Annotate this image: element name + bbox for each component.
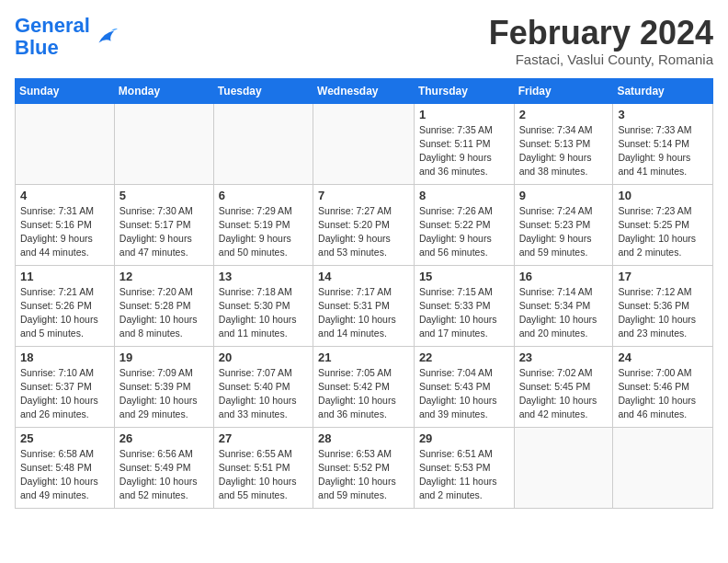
day-number: 14 <box>318 270 409 283</box>
day-number: 18 <box>20 350 109 364</box>
calendar-cell: 14Sunrise: 7:17 AM Sunset: 5:31 PM Dayli… <box>313 265 415 346</box>
day-info: Sunrise: 7:30 AM Sunset: 5:17 PM Dayligh… <box>119 204 209 260</box>
calendar-cell: 13Sunrise: 7:18 AM Sunset: 5:30 PM Dayli… <box>213 265 313 346</box>
day-info: Sunrise: 7:27 AM Sunset: 5:20 PM Dayligh… <box>318 204 409 260</box>
calendar-cell: 25Sunrise: 6:58 AM Sunset: 5:48 PM Dayli… <box>16 427 115 508</box>
day-info: Sunrise: 6:53 AM Sunset: 5:52 PM Dayligh… <box>318 447 409 503</box>
day-number: 17 <box>618 270 708 283</box>
day-number: 28 <box>318 431 409 445</box>
calendar-cell: 6Sunrise: 7:29 AM Sunset: 5:19 PM Daylig… <box>213 184 313 265</box>
day-number: 22 <box>419 350 509 364</box>
day-info: Sunrise: 7:02 AM Sunset: 5:45 PM Dayligh… <box>519 366 609 422</box>
calendar-week-row: 4Sunrise: 7:31 AM Sunset: 5:16 PM Daylig… <box>16 184 713 265</box>
day-number: 29 <box>419 431 509 445</box>
weekday-header: Wednesday <box>313 78 415 103</box>
day-info: Sunrise: 7:05 AM Sunset: 5:42 PM Dayligh… <box>318 366 409 422</box>
day-info: Sunrise: 7:33 AM Sunset: 5:14 PM Dayligh… <box>618 123 708 179</box>
day-number: 26 <box>119 431 209 445</box>
calendar-week-row: 25Sunrise: 6:58 AM Sunset: 5:48 PM Dayli… <box>16 427 713 508</box>
calendar-cell: 1Sunrise: 7:35 AM Sunset: 5:11 PM Daylig… <box>414 103 514 184</box>
weekday-header: Friday <box>514 78 613 103</box>
calendar-week-row: 11Sunrise: 7:21 AM Sunset: 5:26 PM Dayli… <box>16 265 713 346</box>
day-info: Sunrise: 6:55 AM Sunset: 5:51 PM Dayligh… <box>219 447 308 503</box>
logo-text: GeneralBlue <box>15 15 90 59</box>
calendar-cell: 8Sunrise: 7:26 AM Sunset: 5:22 PM Daylig… <box>414 184 514 265</box>
day-info: Sunrise: 7:18 AM Sunset: 5:30 PM Dayligh… <box>219 285 308 341</box>
calendar-cell: 21Sunrise: 7:05 AM Sunset: 5:42 PM Dayli… <box>313 346 415 427</box>
calendar-cell: 10Sunrise: 7:23 AM Sunset: 5:25 PM Dayli… <box>613 184 713 265</box>
calendar-header-row: SundayMondayTuesdayWednesdayThursdayFrid… <box>16 78 713 103</box>
day-info: Sunrise: 7:24 AM Sunset: 5:23 PM Dayligh… <box>519 204 609 260</box>
weekday-header: Saturday <box>613 78 713 103</box>
day-info: Sunrise: 7:07 AM Sunset: 5:40 PM Dayligh… <box>219 366 308 422</box>
day-number: 27 <box>219 431 308 445</box>
title-block: February 2024 Fastaci, Vaslui County, Ro… <box>489 15 713 67</box>
month-title: February 2024 <box>489 15 713 52</box>
day-number: 21 <box>318 350 409 364</box>
weekday-header: Monday <box>114 78 213 103</box>
day-info: Sunrise: 7:23 AM Sunset: 5:25 PM Dayligh… <box>618 204 708 260</box>
logo: GeneralBlue <box>15 15 118 59</box>
day-info: Sunrise: 7:12 AM Sunset: 5:36 PM Dayligh… <box>618 285 708 341</box>
weekday-header: Thursday <box>414 78 514 103</box>
weekday-header: Tuesday <box>213 78 313 103</box>
calendar-cell: 2Sunrise: 7:34 AM Sunset: 5:13 PM Daylig… <box>514 103 613 184</box>
calendar-cell <box>313 103 415 184</box>
day-info: Sunrise: 7:10 AM Sunset: 5:37 PM Dayligh… <box>20 366 109 422</box>
day-info: Sunrise: 7:31 AM Sunset: 5:16 PM Dayligh… <box>20 204 109 260</box>
day-info: Sunrise: 7:15 AM Sunset: 5:33 PM Dayligh… <box>419 285 509 341</box>
calendar-cell: 19Sunrise: 7:09 AM Sunset: 5:39 PM Dayli… <box>114 346 213 427</box>
calendar-cell <box>16 103 115 184</box>
calendar-cell: 22Sunrise: 7:04 AM Sunset: 5:43 PM Dayli… <box>414 346 514 427</box>
location-subtitle: Fastaci, Vaslui County, Romania <box>489 52 713 67</box>
day-number: 16 <box>519 270 609 283</box>
calendar-cell: 15Sunrise: 7:15 AM Sunset: 5:33 PM Dayli… <box>414 265 514 346</box>
calendar-cell: 9Sunrise: 7:24 AM Sunset: 5:23 PM Daylig… <box>514 184 613 265</box>
calendar-cell: 11Sunrise: 7:21 AM Sunset: 5:26 PM Dayli… <box>16 265 115 346</box>
day-number: 5 <box>119 189 209 202</box>
day-info: Sunrise: 7:04 AM Sunset: 5:43 PM Dayligh… <box>419 366 509 422</box>
day-number: 24 <box>618 350 708 364</box>
day-number: 11 <box>20 270 109 283</box>
day-number: 2 <box>519 108 609 121</box>
page-header: GeneralBlue February 2024 Fastaci, Vaslu… <box>15 15 713 67</box>
day-info: Sunrise: 7:34 AM Sunset: 5:13 PM Dayligh… <box>519 123 609 179</box>
calendar-cell <box>613 427 713 508</box>
day-number: 9 <box>519 189 609 202</box>
calendar-cell: 29Sunrise: 6:51 AM Sunset: 5:53 PM Dayli… <box>414 427 514 508</box>
day-info: Sunrise: 7:09 AM Sunset: 5:39 PM Dayligh… <box>119 366 209 422</box>
calendar-week-row: 1Sunrise: 7:35 AM Sunset: 5:11 PM Daylig… <box>16 103 713 184</box>
calendar-cell: 28Sunrise: 6:53 AM Sunset: 5:52 PM Dayli… <box>313 427 415 508</box>
day-number: 20 <box>219 350 308 364</box>
calendar-cell <box>213 103 313 184</box>
day-info: Sunrise: 7:20 AM Sunset: 5:28 PM Dayligh… <box>119 285 209 341</box>
day-number: 12 <box>119 270 209 283</box>
day-number: 7 <box>318 189 409 202</box>
day-number: 13 <box>219 270 308 283</box>
calendar-cell <box>114 103 213 184</box>
day-number: 19 <box>119 350 209 364</box>
calendar-cell: 20Sunrise: 7:07 AM Sunset: 5:40 PM Dayli… <box>213 346 313 427</box>
calendar-cell <box>514 427 613 508</box>
calendar-cell: 7Sunrise: 7:27 AM Sunset: 5:20 PM Daylig… <box>313 184 415 265</box>
day-info: Sunrise: 7:21 AM Sunset: 5:26 PM Dayligh… <box>20 285 109 341</box>
day-number: 10 <box>618 189 708 202</box>
day-info: Sunrise: 7:29 AM Sunset: 5:19 PM Dayligh… <box>219 204 308 260</box>
day-info: Sunrise: 7:14 AM Sunset: 5:34 PM Dayligh… <box>519 285 609 341</box>
logo-bird-icon <box>92 24 118 50</box>
calendar-week-row: 18Sunrise: 7:10 AM Sunset: 5:37 PM Dayli… <box>16 346 713 427</box>
calendar-cell: 23Sunrise: 7:02 AM Sunset: 5:45 PM Dayli… <box>514 346 613 427</box>
weekday-header: Sunday <box>16 78 115 103</box>
day-info: Sunrise: 6:51 AM Sunset: 5:53 PM Dayligh… <box>419 447 509 503</box>
day-info: Sunrise: 7:35 AM Sunset: 5:11 PM Dayligh… <box>419 123 509 179</box>
day-number: 25 <box>20 431 109 445</box>
day-number: 6 <box>219 189 308 202</box>
calendar-cell: 12Sunrise: 7:20 AM Sunset: 5:28 PM Dayli… <box>114 265 213 346</box>
calendar-cell: 26Sunrise: 6:56 AM Sunset: 5:49 PM Dayli… <box>114 427 213 508</box>
day-info: Sunrise: 7:00 AM Sunset: 5:46 PM Dayligh… <box>618 366 708 422</box>
day-number: 8 <box>419 189 509 202</box>
day-number: 4 <box>20 189 109 202</box>
day-info: Sunrise: 7:17 AM Sunset: 5:31 PM Dayligh… <box>318 285 409 341</box>
calendar-cell: 18Sunrise: 7:10 AM Sunset: 5:37 PM Dayli… <box>16 346 115 427</box>
calendar-cell: 27Sunrise: 6:55 AM Sunset: 5:51 PM Dayli… <box>213 427 313 508</box>
